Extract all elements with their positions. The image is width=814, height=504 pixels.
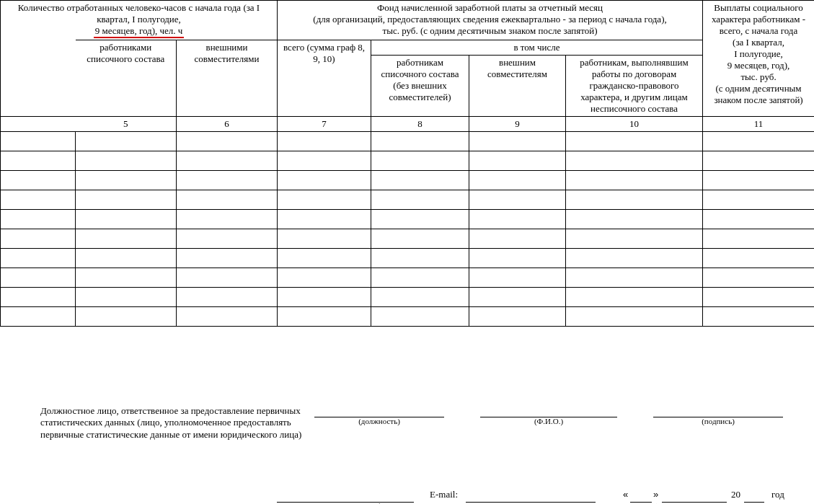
table-row — [1, 132, 815, 151]
table-row — [1, 210, 815, 229]
form-table: Количество отработанных человеко-часов с… — [0, 0, 814, 327]
date-month-field[interactable] — [662, 489, 727, 503]
table-row — [1, 171, 815, 190]
post-caption: (должность) — [314, 417, 444, 425]
phone-field[interactable]: (номер контактного телефона) — [277, 489, 414, 503]
column-number-row: 5 6 7 8 9 10 11 — [1, 117, 815, 132]
colnum-8: 8 — [371, 117, 469, 132]
header-fund-incl: в том числе — [371, 40, 703, 56]
signature-block: Должностное лицо, ответственное за предо… — [40, 404, 797, 441]
date-year-field[interactable] — [744, 489, 764, 503]
date-open-quote: « — [623, 489, 628, 500]
colnum-5: 5 — [76, 117, 177, 132]
header-social: Выплаты социального характера работникам… — [703, 1, 814, 117]
header-fund-s3: работникам, выполнявшим работы по догово… — [566, 56, 703, 117]
table-row — [1, 288, 815, 307]
colnum-7: 7 — [278, 117, 371, 132]
header-hours-sub2: внешними совместителями — [177, 40, 278, 117]
table-row — [1, 249, 815, 268]
signature-field[interactable]: (подпись) — [653, 404, 783, 417]
date-day-field[interactable] — [630, 489, 652, 503]
header-fund: Фонд начисленной заработной платы за отч… — [278, 1, 703, 40]
table-row — [1, 229, 815, 249]
year-20-label: 20 — [731, 489, 740, 500]
header-fund-total: всего (сумма граф 8, 9, 10) — [278, 40, 371, 117]
colnum-6: 6 — [177, 117, 278, 132]
table-row — [1, 268, 815, 288]
colnum-11: 11 — [703, 117, 814, 132]
fio-field[interactable]: (Ф.И.О.) — [480, 404, 617, 417]
header-hours-line2-redunderline: 9 месяцев, год), чел. ч — [94, 25, 185, 38]
header-hours-line1: Количество отработанных человеко-часов с… — [4, 2, 274, 25]
table-row — [1, 190, 815, 210]
table-row — [1, 151, 815, 171]
signature-caption: (подпись) — [653, 417, 783, 425]
colnum-10: 10 — [566, 117, 703, 132]
post-field[interactable]: (должность) — [314, 404, 444, 417]
fio-caption: (Ф.И.О.) — [480, 417, 617, 425]
colnum-9: 9 — [469, 117, 566, 132]
email-field[interactable] — [466, 489, 596, 503]
header-fund-s1: работникам списочного состава (без внешн… — [371, 56, 469, 117]
header-fund-s2: внешним совместителям — [469, 56, 566, 117]
table-row — [1, 307, 815, 327]
date-close-quote: » — [653, 489, 658, 500]
header-hours-sub1: работниками списочного состава — [76, 40, 177, 117]
responsible-person-label: Должностное лицо, ответственное за предо… — [40, 405, 307, 441]
year-label: год — [771, 489, 784, 500]
email-label: E-mail: — [430, 489, 458, 500]
